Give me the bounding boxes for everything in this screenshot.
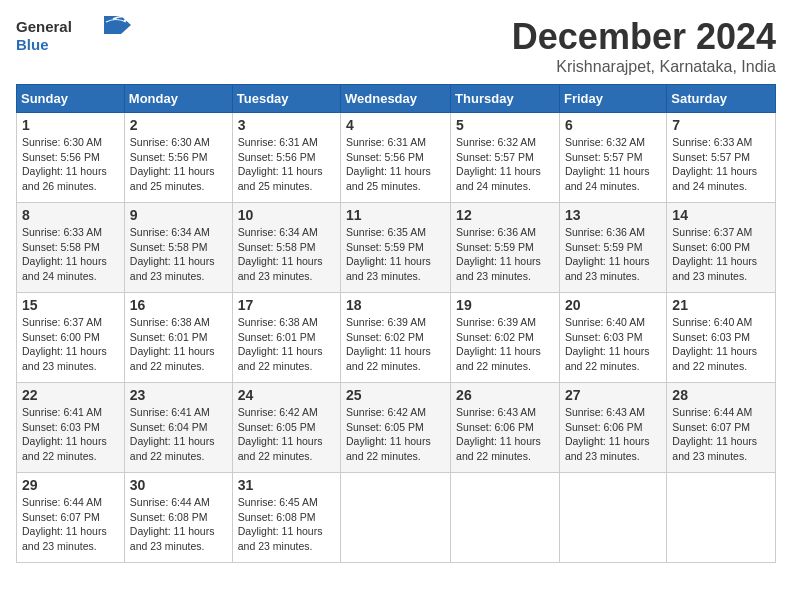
calendar-header-monday: Monday: [124, 85, 232, 113]
calendar-cell: 4Sunrise: 6:31 AM Sunset: 5:56 PM Daylig…: [341, 113, 451, 203]
calendar-cell: 1Sunrise: 6:30 AM Sunset: 5:56 PM Daylig…: [17, 113, 125, 203]
day-number: 15: [22, 297, 119, 313]
calendar-cell: 13Sunrise: 6:36 AM Sunset: 5:59 PM Dayli…: [559, 203, 666, 293]
calendar-cell: [341, 473, 451, 563]
calendar-cell: 21Sunrise: 6:40 AM Sunset: 6:03 PM Dayli…: [667, 293, 776, 383]
calendar-cell: 30Sunrise: 6:44 AM Sunset: 6:08 PM Dayli…: [124, 473, 232, 563]
day-number: 21: [672, 297, 770, 313]
calendar-week-row: 8Sunrise: 6:33 AM Sunset: 5:58 PM Daylig…: [17, 203, 776, 293]
day-info: Sunrise: 6:33 AM Sunset: 5:58 PM Dayligh…: [22, 225, 119, 284]
day-info: Sunrise: 6:31 AM Sunset: 5:56 PM Dayligh…: [346, 135, 445, 194]
month-title: December 2024: [512, 16, 776, 58]
day-number: 31: [238, 477, 335, 493]
day-info: Sunrise: 6:36 AM Sunset: 5:59 PM Dayligh…: [456, 225, 554, 284]
day-number: 25: [346, 387, 445, 403]
calendar-week-row: 1Sunrise: 6:30 AM Sunset: 5:56 PM Daylig…: [17, 113, 776, 203]
calendar-cell: 27Sunrise: 6:43 AM Sunset: 6:06 PM Dayli…: [559, 383, 666, 473]
calendar-cell: 11Sunrise: 6:35 AM Sunset: 5:59 PM Dayli…: [341, 203, 451, 293]
day-number: 23: [130, 387, 227, 403]
calendar-cell: 9Sunrise: 6:34 AM Sunset: 5:58 PM Daylig…: [124, 203, 232, 293]
calendar-cell: 14Sunrise: 6:37 AM Sunset: 6:00 PM Dayli…: [667, 203, 776, 293]
calendar-cell: 6Sunrise: 6:32 AM Sunset: 5:57 PM Daylig…: [559, 113, 666, 203]
day-number: 8: [22, 207, 119, 223]
day-number: 17: [238, 297, 335, 313]
day-info: Sunrise: 6:41 AM Sunset: 6:03 PM Dayligh…: [22, 405, 119, 464]
calendar-cell: [559, 473, 666, 563]
day-number: 14: [672, 207, 770, 223]
logo-svg: General Blue: [16, 16, 146, 54]
day-number: 11: [346, 207, 445, 223]
day-info: Sunrise: 6:34 AM Sunset: 5:58 PM Dayligh…: [238, 225, 335, 284]
day-number: 4: [346, 117, 445, 133]
calendar-cell: 26Sunrise: 6:43 AM Sunset: 6:06 PM Dayli…: [451, 383, 560, 473]
calendar-cell: 15Sunrise: 6:37 AM Sunset: 6:00 PM Dayli…: [17, 293, 125, 383]
calendar-cell: 24Sunrise: 6:42 AM Sunset: 6:05 PM Dayli…: [232, 383, 340, 473]
calendar-cell: 25Sunrise: 6:42 AM Sunset: 6:05 PM Dayli…: [341, 383, 451, 473]
calendar-cell: 8Sunrise: 6:33 AM Sunset: 5:58 PM Daylig…: [17, 203, 125, 293]
calendar-header-wednesday: Wednesday: [341, 85, 451, 113]
calendar-cell: 29Sunrise: 6:44 AM Sunset: 6:07 PM Dayli…: [17, 473, 125, 563]
calendar-table: SundayMondayTuesdayWednesdayThursdayFrid…: [16, 84, 776, 563]
day-info: Sunrise: 6:36 AM Sunset: 5:59 PM Dayligh…: [565, 225, 661, 284]
day-number: 2: [130, 117, 227, 133]
calendar-cell: 3Sunrise: 6:31 AM Sunset: 5:56 PM Daylig…: [232, 113, 340, 203]
calendar-cell: 19Sunrise: 6:39 AM Sunset: 6:02 PM Dayli…: [451, 293, 560, 383]
day-info: Sunrise: 6:38 AM Sunset: 6:01 PM Dayligh…: [130, 315, 227, 374]
day-info: Sunrise: 6:44 AM Sunset: 6:08 PM Dayligh…: [130, 495, 227, 554]
day-info: Sunrise: 6:43 AM Sunset: 6:06 PM Dayligh…: [456, 405, 554, 464]
day-number: 9: [130, 207, 227, 223]
day-number: 22: [22, 387, 119, 403]
day-info: Sunrise: 6:37 AM Sunset: 6:00 PM Dayligh…: [22, 315, 119, 374]
day-info: Sunrise: 6:43 AM Sunset: 6:06 PM Dayligh…: [565, 405, 661, 464]
day-info: Sunrise: 6:42 AM Sunset: 6:05 PM Dayligh…: [346, 405, 445, 464]
logo: General Blue: [16, 16, 146, 58]
calendar-cell: 28Sunrise: 6:44 AM Sunset: 6:07 PM Dayli…: [667, 383, 776, 473]
calendar-header-saturday: Saturday: [667, 85, 776, 113]
day-info: Sunrise: 6:44 AM Sunset: 6:07 PM Dayligh…: [22, 495, 119, 554]
day-info: Sunrise: 6:44 AM Sunset: 6:07 PM Dayligh…: [672, 405, 770, 464]
day-number: 6: [565, 117, 661, 133]
calendar-header-row: SundayMondayTuesdayWednesdayThursdayFrid…: [17, 85, 776, 113]
calendar-header-tuesday: Tuesday: [232, 85, 340, 113]
day-info: Sunrise: 6:30 AM Sunset: 5:56 PM Dayligh…: [22, 135, 119, 194]
day-info: Sunrise: 6:30 AM Sunset: 5:56 PM Dayligh…: [130, 135, 227, 194]
day-number: 20: [565, 297, 661, 313]
day-info: Sunrise: 6:31 AM Sunset: 5:56 PM Dayligh…: [238, 135, 335, 194]
calendar-cell: 23Sunrise: 6:41 AM Sunset: 6:04 PM Dayli…: [124, 383, 232, 473]
calendar-cell: 12Sunrise: 6:36 AM Sunset: 5:59 PM Dayli…: [451, 203, 560, 293]
day-info: Sunrise: 6:34 AM Sunset: 5:58 PM Dayligh…: [130, 225, 227, 284]
day-info: Sunrise: 6:39 AM Sunset: 6:02 PM Dayligh…: [346, 315, 445, 374]
day-info: Sunrise: 6:35 AM Sunset: 5:59 PM Dayligh…: [346, 225, 445, 284]
day-number: 28: [672, 387, 770, 403]
day-info: Sunrise: 6:42 AM Sunset: 6:05 PM Dayligh…: [238, 405, 335, 464]
calendar-cell: [667, 473, 776, 563]
location-title: Krishnarajpet, Karnataka, India: [512, 58, 776, 76]
day-number: 1: [22, 117, 119, 133]
day-number: 12: [456, 207, 554, 223]
day-info: Sunrise: 6:45 AM Sunset: 6:08 PM Dayligh…: [238, 495, 335, 554]
day-number: 19: [456, 297, 554, 313]
day-info: Sunrise: 6:39 AM Sunset: 6:02 PM Dayligh…: [456, 315, 554, 374]
calendar-cell: 7Sunrise: 6:33 AM Sunset: 5:57 PM Daylig…: [667, 113, 776, 203]
svg-text:General: General: [16, 18, 72, 35]
day-info: Sunrise: 6:32 AM Sunset: 5:57 PM Dayligh…: [456, 135, 554, 194]
calendar-header-sunday: Sunday: [17, 85, 125, 113]
day-number: 10: [238, 207, 335, 223]
calendar-week-row: 15Sunrise: 6:37 AM Sunset: 6:00 PM Dayli…: [17, 293, 776, 383]
svg-text:Blue: Blue: [16, 36, 49, 53]
calendar-header-friday: Friday: [559, 85, 666, 113]
day-number: 24: [238, 387, 335, 403]
day-info: Sunrise: 6:41 AM Sunset: 6:04 PM Dayligh…: [130, 405, 227, 464]
day-number: 26: [456, 387, 554, 403]
day-number: 7: [672, 117, 770, 133]
day-info: Sunrise: 6:33 AM Sunset: 5:57 PM Dayligh…: [672, 135, 770, 194]
page-header: General Blue December 2024 Krishnarajpet…: [16, 16, 776, 76]
day-info: Sunrise: 6:40 AM Sunset: 6:03 PM Dayligh…: [565, 315, 661, 374]
calendar-cell: 18Sunrise: 6:39 AM Sunset: 6:02 PM Dayli…: [341, 293, 451, 383]
calendar-week-row: 29Sunrise: 6:44 AM Sunset: 6:07 PM Dayli…: [17, 473, 776, 563]
calendar-cell: [451, 473, 560, 563]
day-info: Sunrise: 6:37 AM Sunset: 6:00 PM Dayligh…: [672, 225, 770, 284]
day-number: 13: [565, 207, 661, 223]
day-number: 3: [238, 117, 335, 133]
calendar-header-thursday: Thursday: [451, 85, 560, 113]
